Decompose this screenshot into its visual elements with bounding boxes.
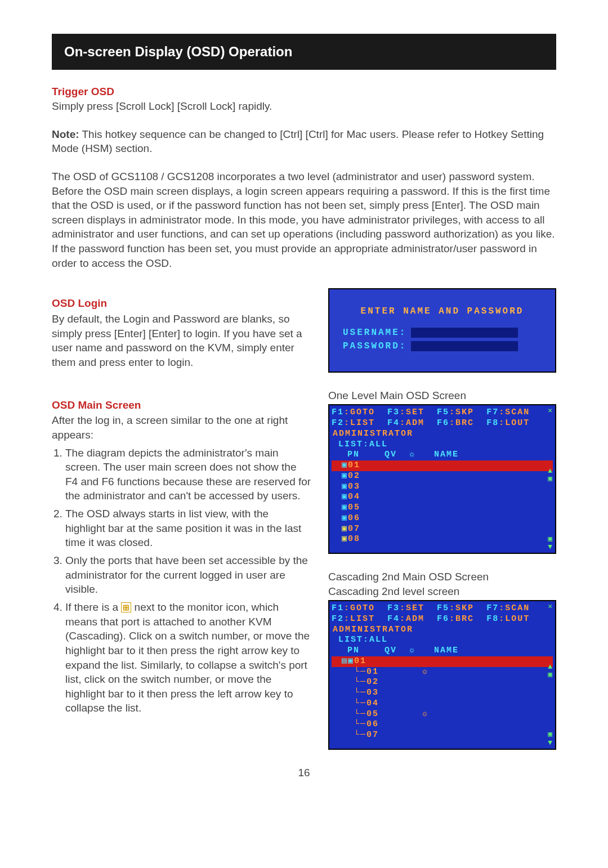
osd1-list-filter: LIST:ALL <box>332 440 553 450</box>
osd2-port-row[interactable]: └─05 ☼ <box>332 709 553 720</box>
osd1-fn-row2: F2:LIST F4:ADM F6:BRC F8:LOUT <box>332 418 553 429</box>
osd1-caption: One Level Main OSD Screen <box>328 390 556 402</box>
note-text: This hotkey sequence can be changed to [… <box>52 128 544 155</box>
osd2-fn-row2: F2:LIST F4:ADM F6:BRC F8:LOUT <box>332 614 553 625</box>
heading-main-screen: OSD Main Screen <box>52 398 311 413</box>
osd1-port-row[interactable]: ▣05 <box>332 503 553 513</box>
osd2-list-filter: LIST:ALL <box>332 635 553 646</box>
osd-close-icon: ✕ <box>548 603 553 611</box>
main-screen-list: The diagram depicts the administrator's … <box>52 446 311 716</box>
osd1-screen: F1:GOTO F3:SET F5:SKP F7:SCAN F2:LIST F4… <box>328 404 556 554</box>
osd2-port-row[interactable]: └─07 <box>332 730 553 741</box>
heading-login: OSD Login <box>52 296 311 311</box>
login-screen-title: ENTER NAME AND PASSWORD <box>341 306 544 316</box>
osd1-scroll-marks: ✕▲▣▣▼ <box>548 407 553 551</box>
page-title-bar: On-screen Display (OSD) Operation <box>52 34 556 70</box>
osd2-port-row[interactable]: └─02 <box>332 677 553 688</box>
osd2-column-headers: PN QV ☼ NAME <box>332 646 553 656</box>
osd1-port-row[interactable]: ▣08 <box>332 534 553 545</box>
osd-close-icon: ✕ <box>548 407 553 415</box>
trigger-text: Simply press [Scroll Lock] [Scroll Lock]… <box>52 99 556 114</box>
osd2-admin: ADMINISTRATOR <box>332 625 553 636</box>
osd2-port-row[interactable]: └─04 <box>332 699 553 709</box>
password-label: PASSWORD: <box>343 341 406 351</box>
osd1-port-row[interactable]: ▣07 <box>332 524 553 535</box>
osd2-port-row[interactable]: └─03 <box>332 688 553 699</box>
osd1-admin: ADMINISTRATOR <box>332 429 553 440</box>
osd1-highlighted-row[interactable]: ▣01 <box>332 460 553 471</box>
cascade-plus-icon: ⊞ <box>121 602 131 612</box>
page-title: On-screen Display (OSD) Operation <box>64 44 292 59</box>
intro-paragraph: The OSD of GCS1108 / GCS1208 incorporate… <box>52 169 556 270</box>
osd1-port-row[interactable]: ▣06 <box>332 513 553 524</box>
osd2-highlighted-row[interactable]: ▤▣01 <box>332 656 553 667</box>
main-screen-intro: After the log in, a screen similar to th… <box>52 413 311 442</box>
password-input[interactable] <box>411 341 518 351</box>
osd1-port-row[interactable]: ▣04 <box>332 492 553 503</box>
note-label: Note: <box>52 128 79 140</box>
osd1-fn-row1: F1:GOTO F3:SET F5:SKP F7:SCAN <box>332 408 553 418</box>
osd2-screen: F1:GOTO F3:SET F5:SKP F7:SCAN F2:LIST F4… <box>328 600 556 750</box>
osd1-port-row[interactable]: ▣02 <box>332 471 553 482</box>
login-text: By default, the Login and Password are b… <box>52 312 311 370</box>
osd1-port-row[interactable]: ▣03 <box>332 482 553 493</box>
page-number: 16 <box>52 767 556 779</box>
list-item: Only the ports that have been set access… <box>65 553 311 597</box>
note-paragraph: Note: This hotkey sequence can be change… <box>52 127 556 156</box>
username-label: USERNAME: <box>343 328 406 338</box>
osd2-caption2: Cascading 2nd level screen <box>328 585 556 598</box>
heading-trigger: Trigger OSD <box>52 86 556 98</box>
login-screen: ENTER NAME AND PASSWORD USERNAME: PASSWO… <box>328 288 556 373</box>
list-item: The OSD always starts in list view, with… <box>65 507 311 550</box>
list-item: If there is a ⊞ next to the monitor icon… <box>65 600 311 715</box>
list-item: The diagram depicts the administrator's … <box>65 446 311 504</box>
osd1-column-headers: PN QV ☼ NAME <box>332 450 553 460</box>
username-input[interactable] <box>411 328 518 338</box>
osd2-caption1: Cascading 2nd Main OSD Screen <box>328 571 556 583</box>
osd2-port-row[interactable]: └─01 ☼ <box>332 667 553 678</box>
osd2-fn-row1: F1:GOTO F3:SET F5:SKP F7:SCAN <box>332 603 553 614</box>
osd2-scroll-marks: ✕▲▣▣▼ <box>548 603 553 747</box>
osd2-port-row[interactable]: └─06 <box>332 719 553 730</box>
